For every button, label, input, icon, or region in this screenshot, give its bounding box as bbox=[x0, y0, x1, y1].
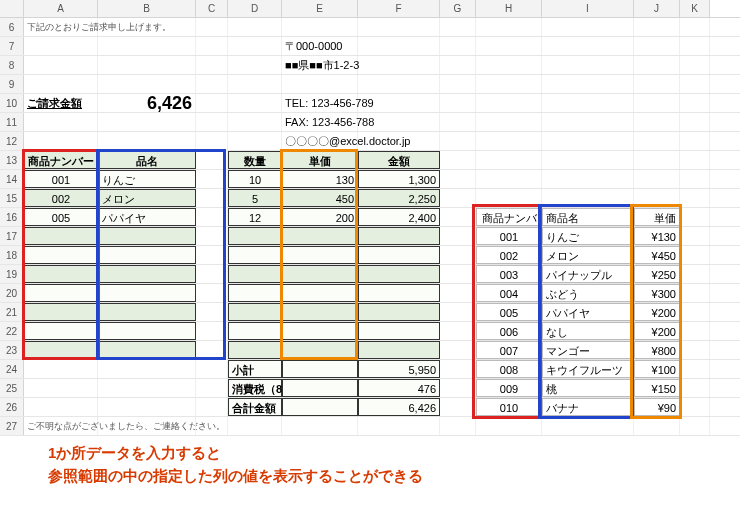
cell-J27[interactable] bbox=[634, 417, 680, 435]
cell-H12[interactable] bbox=[476, 132, 542, 150]
cell-H18[interactable]: 002 bbox=[476, 246, 542, 264]
cell-C20[interactable] bbox=[196, 284, 228, 302]
col-header-K[interactable]: K bbox=[680, 0, 710, 17]
cell-D24[interactable]: 小計 bbox=[228, 360, 282, 378]
cell-A8[interactable] bbox=[24, 56, 98, 74]
col-header-E[interactable]: E bbox=[282, 0, 358, 17]
cell-E6[interactable] bbox=[282, 18, 358, 36]
cell-K11[interactable] bbox=[680, 113, 710, 131]
cell-A15[interactable]: 002 bbox=[24, 189, 98, 207]
cell-J24[interactable]: ¥100 bbox=[634, 360, 680, 378]
cell-I16[interactable]: 商品名 bbox=[542, 208, 634, 226]
cell-C12[interactable] bbox=[196, 132, 228, 150]
cell-I23[interactable]: マンゴー bbox=[542, 341, 634, 359]
cell-J7[interactable] bbox=[634, 37, 680, 55]
cell-D25[interactable]: 消費税（8%） bbox=[228, 379, 282, 397]
cell-E19[interactable] bbox=[282, 265, 358, 283]
row-header-9[interactable]: 9 bbox=[0, 75, 24, 93]
cell-D20[interactable] bbox=[228, 284, 282, 302]
cell-H27[interactable] bbox=[476, 417, 542, 435]
cell-G17[interactable] bbox=[440, 227, 476, 245]
cell-I11[interactable] bbox=[542, 113, 634, 131]
cell-F18[interactable] bbox=[358, 246, 440, 264]
cell-J23[interactable]: ¥800 bbox=[634, 341, 680, 359]
cell-H10[interactable] bbox=[476, 94, 542, 112]
cell-C8[interactable] bbox=[196, 56, 228, 74]
cell-E20[interactable] bbox=[282, 284, 358, 302]
cell-D19[interactable] bbox=[228, 265, 282, 283]
cell-D15[interactable]: 5 bbox=[228, 189, 282, 207]
cell-F8[interactable] bbox=[358, 56, 440, 74]
cell-A27[interactable]: ご不明な点がございましたら、ご連絡ください。 bbox=[24, 417, 98, 435]
cell-B25[interactable] bbox=[98, 379, 196, 397]
cell-H6[interactable] bbox=[476, 18, 542, 36]
cell-F11[interactable] bbox=[358, 113, 440, 131]
cell-F20[interactable] bbox=[358, 284, 440, 302]
cell-K15[interactable] bbox=[680, 189, 710, 207]
cell-E22[interactable] bbox=[282, 322, 358, 340]
cell-A19[interactable] bbox=[24, 265, 98, 283]
cell-K24[interactable] bbox=[680, 360, 710, 378]
cell-C10[interactable] bbox=[196, 94, 228, 112]
cell-B24[interactable] bbox=[98, 360, 196, 378]
cell-K23[interactable] bbox=[680, 341, 710, 359]
cell-H14[interactable] bbox=[476, 170, 542, 188]
cell-D18[interactable] bbox=[228, 246, 282, 264]
row-header-21[interactable]: 21 bbox=[0, 303, 24, 321]
cell-A13[interactable]: 商品ナンバー bbox=[24, 151, 98, 169]
cell-J21[interactable]: ¥200 bbox=[634, 303, 680, 321]
row-header-13[interactable]: 13 bbox=[0, 151, 24, 169]
cell-K20[interactable] bbox=[680, 284, 710, 302]
cell-D7[interactable] bbox=[228, 37, 282, 55]
cell-G15[interactable] bbox=[440, 189, 476, 207]
cell-E7[interactable]: 〒000-0000 bbox=[282, 37, 358, 55]
cell-K12[interactable] bbox=[680, 132, 710, 150]
cell-I19[interactable]: パイナップル bbox=[542, 265, 634, 283]
cell-D11[interactable] bbox=[228, 113, 282, 131]
cell-G23[interactable] bbox=[440, 341, 476, 359]
cell-I20[interactable]: ぶどう bbox=[542, 284, 634, 302]
cell-D27[interactable] bbox=[228, 417, 282, 435]
col-header-H[interactable]: H bbox=[476, 0, 542, 17]
cell-B23[interactable] bbox=[98, 341, 196, 359]
col-header-F[interactable]: F bbox=[358, 0, 440, 17]
cell-B12[interactable] bbox=[98, 132, 196, 150]
cell-K21[interactable] bbox=[680, 303, 710, 321]
cell-C23[interactable] bbox=[196, 341, 228, 359]
cell-F22[interactable] bbox=[358, 322, 440, 340]
cell-K9[interactable] bbox=[680, 75, 710, 93]
cell-H26[interactable]: 010 bbox=[476, 398, 542, 416]
cell-H16[interactable]: 商品ナンバ bbox=[476, 208, 542, 226]
cell-K25[interactable] bbox=[680, 379, 710, 397]
cell-C27[interactable] bbox=[196, 417, 228, 435]
cell-H20[interactable]: 004 bbox=[476, 284, 542, 302]
cell-K18[interactable] bbox=[680, 246, 710, 264]
cell-D6[interactable] bbox=[228, 18, 282, 36]
cell-K14[interactable] bbox=[680, 170, 710, 188]
cell-F19[interactable] bbox=[358, 265, 440, 283]
row-header-16[interactable]: 16 bbox=[0, 208, 24, 226]
cell-A16[interactable]: 005 bbox=[24, 208, 98, 226]
cell-E11[interactable]: FAX: 123-456-788 bbox=[282, 113, 358, 131]
row-header-22[interactable]: 22 bbox=[0, 322, 24, 340]
cell-H13[interactable] bbox=[476, 151, 542, 169]
cell-J15[interactable] bbox=[634, 189, 680, 207]
cell-B21[interactable] bbox=[98, 303, 196, 321]
cell-G11[interactable] bbox=[440, 113, 476, 131]
cell-B19[interactable] bbox=[98, 265, 196, 283]
cell-A22[interactable] bbox=[24, 322, 98, 340]
cell-I7[interactable] bbox=[542, 37, 634, 55]
cell-G20[interactable] bbox=[440, 284, 476, 302]
cell-A17[interactable] bbox=[24, 227, 98, 245]
cell-G22[interactable] bbox=[440, 322, 476, 340]
cell-I17[interactable]: りんご bbox=[542, 227, 634, 245]
cell-K6[interactable] bbox=[680, 18, 710, 36]
cell-K22[interactable] bbox=[680, 322, 710, 340]
cell-K7[interactable] bbox=[680, 37, 710, 55]
cell-E9[interactable] bbox=[282, 75, 358, 93]
cell-C18[interactable] bbox=[196, 246, 228, 264]
cell-F14[interactable]: 1,300 bbox=[358, 170, 440, 188]
cell-H15[interactable] bbox=[476, 189, 542, 207]
cell-C17[interactable] bbox=[196, 227, 228, 245]
cell-B22[interactable] bbox=[98, 322, 196, 340]
